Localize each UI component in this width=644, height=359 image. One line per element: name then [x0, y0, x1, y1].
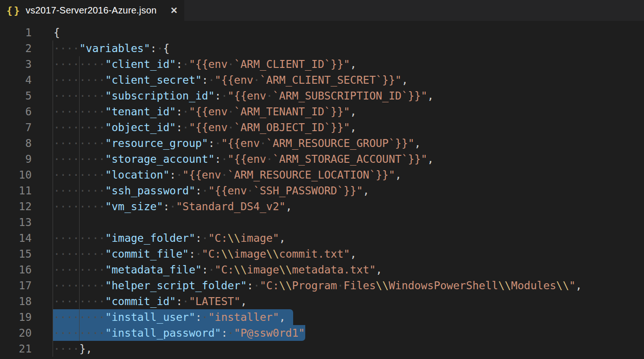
code-line[interactable]: 16········"metadata_file":·"C:\\image\\m… — [0, 262, 644, 278]
whitespace-dot: · — [79, 311, 86, 323]
whitespace-dot: · — [67, 232, 73, 244]
whitespace-dot: · — [253, 74, 260, 86]
whitespace-dot: · — [60, 279, 67, 292]
whitespace-dot: · — [67, 121, 73, 133]
whitespace-dot: · — [79, 58, 86, 70]
line-content: ········"client_secret":·"{{env·`ARM_CLI… — [32, 72, 408, 88]
code-line[interactable]: 10········"location":·"{{env·`ARM_RESOUR… — [0, 167, 644, 183]
line-number[interactable]: 12 — [0, 199, 32, 214]
line-number[interactable]: 1 — [0, 25, 32, 40]
whitespace-dot: · — [86, 153, 92, 165]
line-number[interactable]: 2 — [0, 40, 32, 56]
whitespace-dot: · — [54, 169, 60, 181]
line-number[interactable]: 21 — [0, 341, 32, 357]
line-number[interactable]: 9 — [0, 151, 32, 167]
line-content: ····"variables":·{ — [32, 40, 169, 56]
whitespace-dot: · — [73, 74, 80, 86]
whitespace-dot: · — [99, 279, 105, 292]
whitespace-dot: · — [73, 42, 80, 54]
whitespace-dot: · — [182, 121, 189, 133]
code-line[interactable]: 7········"object_id":·"{{env·`ARM_OBJECT… — [0, 120, 644, 135]
whitespace-dot: · — [92, 106, 99, 118]
whitespace-dot: · — [99, 90, 105, 102]
whitespace-dot: · — [54, 279, 60, 292]
whitespace-dot: · — [60, 248, 67, 260]
code-line[interactable]: 12········"vm_size":·"Standard_DS4_v2", — [0, 199, 644, 214]
code-line[interactable]: 1{ — [0, 25, 644, 40]
whitespace-dot: · — [86, 248, 92, 260]
line-number[interactable]: 18 — [0, 293, 32, 309]
line-number[interactable]: 4 — [0, 72, 32, 88]
line-number[interactable]: 14 — [0, 230, 32, 246]
code-line[interactable]: 13 — [0, 214, 644, 230]
code-line[interactable]: 4········"client_secret":·"{{env·`ARM_CL… — [0, 72, 644, 88]
whitespace-dot: · — [92, 58, 99, 70]
whitespace-dot: · — [60, 311, 67, 323]
line-number[interactable]: 8 — [0, 135, 32, 151]
whitespace-dot: · — [54, 295, 60, 307]
code-line[interactable]: 5········"subscription_id":·"{{env·`ARM_… — [0, 88, 644, 104]
line-content: ········"image_folder":·"C:\\image", — [32, 230, 286, 246]
whitespace-dot: · — [73, 327, 80, 339]
editor[interactable]: 1{2····"variables":·{3········"client_id… — [0, 21, 644, 359]
code-line[interactable]: 17········"helper_script_folder":·"C:\\P… — [0, 278, 644, 293]
whitespace-dot: · — [73, 232, 80, 244]
line-number[interactable]: 15 — [0, 246, 32, 262]
line-number[interactable]: 11 — [0, 183, 32, 199]
line-content: ········"object_id":·"{{env·`ARM_OBJECT_… — [32, 120, 356, 135]
code-line[interactable]: 20········"install_password":·"P@ssw0rd1… — [0, 325, 644, 341]
whitespace-dot: · — [86, 74, 92, 86]
code-line[interactable]: 6········"tenant_id":·"{{env·`ARM_TENANT… — [0, 104, 644, 120]
code-line[interactable]: 14········"image_folder":·"C:\\image", — [0, 230, 644, 246]
whitespace-dot: · — [79, 232, 86, 244]
whitespace-dot: · — [202, 311, 208, 323]
line-number[interactable]: 10 — [0, 167, 32, 183]
code-line[interactable]: 11········"ssh_password":·"{{env·`SSH_PA… — [0, 183, 644, 199]
code-line[interactable]: 9········"storage_account":·"{{env·`ARM_… — [0, 151, 644, 167]
whitespace-dot: · — [67, 74, 73, 86]
line-number[interactable]: 16 — [0, 262, 32, 278]
whitespace-dot: · — [266, 90, 273, 102]
whitespace-dot: · — [221, 153, 228, 165]
whitespace-dot: · — [92, 169, 99, 181]
line-number[interactable]: 7 — [0, 120, 32, 135]
line-number[interactable]: 5 — [0, 88, 32, 104]
line-content: ········"metadata_file":·"C:\\image\\met… — [32, 262, 382, 278]
whitespace-dot: · — [79, 185, 86, 197]
whitespace-dot: · — [99, 248, 105, 260]
line-number[interactable]: 3 — [0, 56, 32, 72]
whitespace-dot: · — [54, 185, 60, 197]
whitespace-dot: · — [92, 327, 99, 339]
line-content: ········"location":·"{{env·`ARM_RESOURCE… — [32, 167, 402, 183]
line-content: ········"helper_script_folder":·"C:\\Pro… — [32, 278, 582, 293]
whitespace-dot: · — [79, 169, 86, 181]
line-number[interactable]: 19 — [0, 309, 32, 325]
whitespace-dot: · — [67, 137, 73, 149]
line-number[interactable]: 20 — [0, 325, 32, 341]
whitespace-dot: · — [67, 169, 73, 181]
code-line[interactable]: 2····"variables":·{ — [0, 40, 644, 56]
whitespace-dot: · — [60, 264, 67, 276]
tab-file[interactable]: {} vs2017-Server2016-Azure.json ✕ — [0, 0, 184, 21]
code-line[interactable]: 3········"client_id":·"{{env·`ARM_CLIENT… — [0, 56, 644, 72]
line-content: ········"resource_group":·"{{env·`ARM_RE… — [32, 135, 421, 151]
code-line[interactable]: 19········"install_user":·"installer", — [0, 309, 644, 325]
whitespace-dot: · — [228, 58, 234, 70]
close-icon[interactable]: ✕ — [170, 5, 178, 16]
whitespace-dot: · — [54, 42, 60, 54]
whitespace-dot: · — [208, 264, 215, 276]
line-number[interactable]: 17 — [0, 278, 32, 293]
line-content: ········"install_password":·"P@ssw0rd1" — [32, 325, 305, 341]
line-content — [32, 214, 54, 230]
whitespace-dot: · — [79, 264, 86, 276]
line-number[interactable]: 13 — [0, 214, 32, 230]
whitespace-dot: · — [99, 58, 105, 70]
whitespace-dot: · — [86, 121, 92, 133]
code-line[interactable]: 21····}, — [0, 341, 644, 357]
code-line[interactable]: 18········"commit_id":·"LATEST", — [0, 293, 644, 309]
code-line[interactable]: 15········"commit_file":·"C:\\image\\com… — [0, 246, 644, 262]
whitespace-dot: · — [54, 137, 60, 149]
code-line[interactable]: 8········"resource_group":·"{{env·`ARM_R… — [0, 135, 644, 151]
whitespace-dot: · — [54, 232, 60, 244]
line-number[interactable]: 6 — [0, 104, 32, 120]
